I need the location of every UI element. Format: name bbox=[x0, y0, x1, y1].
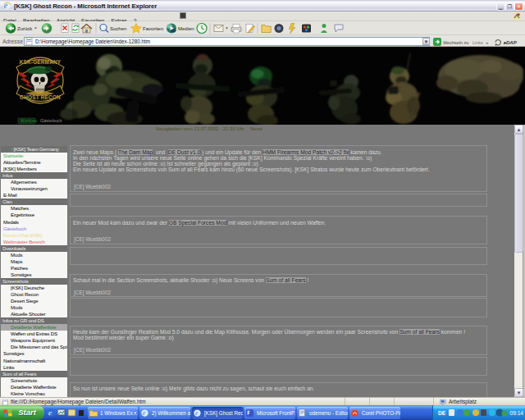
svg-text:Wechseln zu: Wechseln zu bbox=[443, 39, 468, 44]
svg-text:Wurld.eu: Wurld.eu bbox=[21, 118, 37, 123]
svg-text:e: e bbox=[48, 409, 52, 417]
svg-text:Suchen: Suchen bbox=[110, 26, 126, 31]
svg-text:Favoriten: Favoriten bbox=[143, 26, 163, 31]
svg-text:Gästebuch: Gästebuch bbox=[40, 118, 62, 123]
svg-text:Medien: Medien bbox=[178, 26, 194, 31]
svg-text:»: » bbox=[486, 40, 489, 45]
svg-text:Zurück: Zurück bbox=[17, 26, 33, 31]
svg-text:KSK-GERMANY: KSK-GERMANY bbox=[20, 59, 62, 65]
svg-text:Links: Links bbox=[472, 39, 483, 44]
svg-text:▸DAP: ▸DAP bbox=[503, 40, 518, 45]
svg-text:e: e bbox=[4, 1, 8, 10]
svg-text:DE: DE bbox=[438, 410, 446, 416]
